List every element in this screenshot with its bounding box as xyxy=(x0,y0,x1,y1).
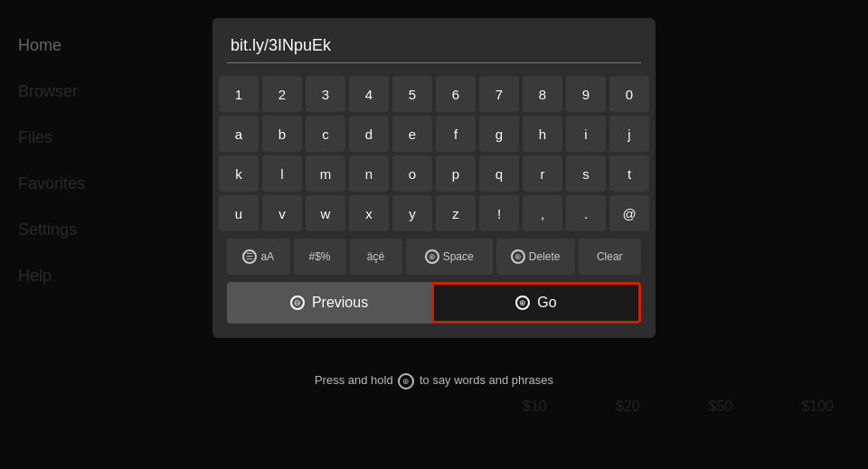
key-comma[interactable]: , xyxy=(523,195,562,231)
key-j[interactable]: j xyxy=(609,116,649,152)
key-b[interactable]: b xyxy=(262,116,302,152)
key-z[interactable]: z xyxy=(436,195,476,231)
key-row-u-at: u v w x y z ! , . @ xyxy=(227,195,641,231)
key-c[interactable]: c xyxy=(306,116,345,152)
key-t[interactable]: t xyxy=(609,155,649,192)
key-7[interactable]: 7 xyxy=(479,76,519,112)
key-space[interactable]: ⊕ Space xyxy=(406,239,493,275)
key-x[interactable]: x xyxy=(349,195,389,231)
key-e[interactable]: e xyxy=(392,116,432,152)
key-5[interactable]: 5 xyxy=(392,76,432,112)
key-0[interactable]: 0 xyxy=(609,76,649,112)
key-d[interactable]: d xyxy=(349,116,389,152)
key-v[interactable]: v xyxy=(262,195,302,231)
key-a[interactable]: a xyxy=(219,116,259,152)
key-n[interactable]: n xyxy=(349,155,389,192)
key-s[interactable]: s xyxy=(566,155,606,192)
key-clear[interactable]: Clear xyxy=(579,239,642,275)
key-exclaim[interactable]: ! xyxy=(479,195,519,231)
key-period[interactable]: . xyxy=(566,195,606,231)
key-k[interactable]: k xyxy=(219,155,259,192)
key-o[interactable]: o xyxy=(392,155,432,192)
hint-icon: ⊕ xyxy=(398,373,414,389)
go-icon: ⊕ xyxy=(515,295,530,310)
special-keys-row: ☰ aA #$% äçé ⊕ Space ⊕ Delete Clear xyxy=(227,239,641,275)
key-caps[interactable]: ☰ aA xyxy=(227,239,290,275)
space-icon: ⊕ xyxy=(425,249,439,264)
previous-icon: ⊖ xyxy=(290,295,305,310)
key-m[interactable]: m xyxy=(306,155,345,192)
key-r[interactable]: r xyxy=(523,155,562,192)
key-w[interactable]: w xyxy=(306,195,345,231)
key-4[interactable]: 4 xyxy=(349,76,389,112)
key-at[interactable]: @ xyxy=(609,195,649,231)
hint-text: Press and hold ⊕ to say words and phrase… xyxy=(0,373,868,389)
key-f[interactable]: f xyxy=(436,116,476,152)
key-i[interactable]: i xyxy=(566,116,606,152)
keyboard-grid: 1 2 3 4 5 6 7 8 9 0 a b c d e f g h i j … xyxy=(227,76,641,231)
key-u[interactable]: u xyxy=(219,195,259,231)
delete-icon: ⊕ xyxy=(511,249,525,264)
url-input[interactable] xyxy=(227,33,641,63)
key-delete[interactable]: ⊕ Delete xyxy=(496,239,575,275)
key-2[interactable]: 2 xyxy=(262,76,302,112)
previous-button[interactable]: ⊖ Previous xyxy=(227,282,431,324)
key-8[interactable]: 8 xyxy=(523,76,562,112)
key-g[interactable]: g xyxy=(479,116,519,152)
key-y[interactable]: y xyxy=(392,195,432,231)
key-6[interactable]: 6 xyxy=(436,76,476,112)
key-9[interactable]: 9 xyxy=(566,76,606,112)
key-p[interactable]: p xyxy=(436,155,476,192)
key-l[interactable]: l xyxy=(262,155,302,192)
key-row-k-t: k l m n o p q r s t xyxy=(227,155,641,192)
key-row-numbers: 1 2 3 4 5 6 7 8 9 0 xyxy=(227,76,641,112)
go-button[interactable]: ⊕ Go xyxy=(431,282,641,324)
key-symbols[interactable]: #$% xyxy=(294,239,346,275)
key-accents[interactable]: äçé xyxy=(350,239,402,275)
key-3[interactable]: 3 xyxy=(306,76,345,112)
key-row-a-j: a b c d e f g h i j xyxy=(227,116,641,152)
keyboard-dialog: 1 2 3 4 5 6 7 8 9 0 a b c d e f g h i j … xyxy=(212,18,656,338)
key-q[interactable]: q xyxy=(479,155,519,192)
key-1[interactable]: 1 xyxy=(219,76,259,112)
caps-icon: ☰ xyxy=(242,249,257,264)
action-row: ⊖ Previous ⊕ Go xyxy=(227,282,641,324)
key-h[interactable]: h xyxy=(523,116,562,152)
